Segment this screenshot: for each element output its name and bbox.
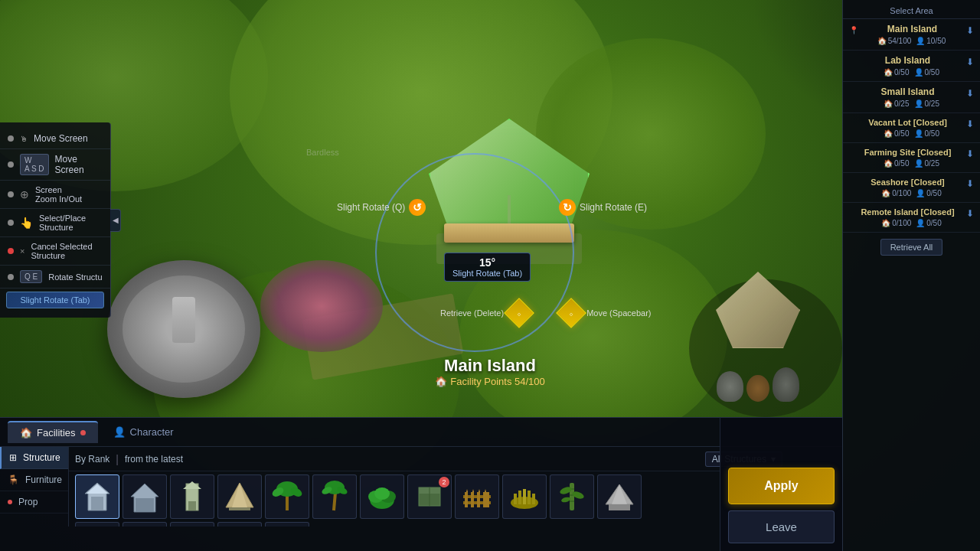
download-icon-remote[interactable]: ⬇ bbox=[966, 208, 974, 219]
item-badge-7: 2 bbox=[439, 477, 449, 487]
svg-rect-39 bbox=[518, 491, 521, 504]
retrieve-all-button[interactable]: Retrieve All bbox=[880, 239, 943, 256]
island-stats-farming: 🏠0/50 👤0/25 bbox=[849, 159, 974, 168]
bottom-tabs: 🏠 Facilities 👤 Character bbox=[0, 418, 842, 447]
right-panel: Select Area 📍 Main Island ⬇ 🏠54/100 👤10/… bbox=[842, 0, 980, 551]
structure-item-15[interactable] bbox=[217, 522, 262, 527]
svg-rect-42 bbox=[532, 494, 535, 504]
svg-rect-7 bbox=[188, 501, 196, 510]
svg-rect-4 bbox=[136, 498, 154, 512]
island-stats-small: 🏠0/25 👤0/25 bbox=[849, 99, 974, 108]
svg-point-49 bbox=[560, 497, 570, 504]
island-stats-seashore: 🏠0/100 👤0/50 bbox=[849, 189, 974, 197]
sidebar-dot-2 bbox=[8, 161, 14, 168]
slight-rotate-highlight[interactable]: Slight Rotate (Tab) bbox=[6, 292, 104, 308]
svg-rect-51 bbox=[609, 504, 630, 510]
island-entry-lab[interactable]: Lab Island ⬇ 🏠0/50 👤0/50 bbox=[843, 51, 980, 82]
island-stats-main: 🏠54/100 👤10/50 bbox=[849, 37, 974, 45]
sidebar-collapse-arrow[interactable]: ◀ bbox=[110, 209, 121, 232]
action-buttons-panel: Apply Leave bbox=[720, 417, 842, 551]
apply-button[interactable]: Apply bbox=[728, 468, 835, 504]
sidebar-dot-6 bbox=[8, 274, 14, 280]
structure-item-10[interactable] bbox=[550, 474, 594, 519]
sidebar-dot-1 bbox=[8, 135, 14, 142]
svg-rect-38 bbox=[514, 494, 517, 504]
structure-item-7[interactable]: 2 bbox=[407, 474, 452, 519]
island-entry-vacant[interactable]: Vacant Lot [Closed] ⬇ 🏠0/50 👤0/50 bbox=[843, 113, 980, 143]
island-entry-seashore[interactable]: Seashore [Closed] ⬇ 🏠0/100 👤0/50 bbox=[843, 173, 980, 203]
island-label: Main Island 🏠 Facility Points 54/100 bbox=[435, 356, 545, 387]
sidebar-rotate-structure: Q E Rotate Structu bbox=[0, 266, 110, 289]
svg-rect-29 bbox=[471, 492, 474, 507]
structure-item-5[interactable] bbox=[312, 474, 357, 519]
svg-rect-43 bbox=[570, 483, 574, 510]
sort-label: By Rank bbox=[75, 454, 109, 465]
seashore-camp bbox=[701, 272, 815, 402]
structure-item-4[interactable] bbox=[265, 474, 309, 519]
sub-tab-structure[interactable]: ⊞ Structure bbox=[0, 447, 68, 469]
structure-item-6[interactable] bbox=[360, 474, 404, 519]
download-icon-main[interactable]: ⬇ bbox=[966, 25, 974, 36]
sidebar-dot-5 bbox=[8, 248, 14, 254]
facilities-dot bbox=[80, 430, 86, 435]
svg-marker-34 bbox=[472, 489, 474, 492]
svg-rect-1 bbox=[91, 497, 103, 510]
structure-item-3[interactable] bbox=[217, 474, 262, 519]
facilities-building-icon: 🏠 bbox=[20, 427, 32, 439]
download-icon-vacant[interactable]: ⬇ bbox=[966, 119, 974, 129]
download-icon-small[interactable]: ⬇ bbox=[966, 88, 974, 99]
leave-button[interactable]: Leave bbox=[728, 510, 835, 543]
structure-item-12[interactable] bbox=[75, 522, 119, 527]
sidebar-move-screen-1: 🖱 Move Screen bbox=[0, 129, 110, 149]
structure-item-9[interactable] bbox=[502, 474, 547, 519]
svg-rect-30 bbox=[477, 492, 480, 507]
sub-tabs: By Rank | from the latest All Structures… bbox=[0, 447, 69, 527]
sidebar-zoom: ⊕ ScreenZoom In/Out bbox=[0, 181, 110, 209]
tab-character[interactable]: 👤 Character bbox=[101, 422, 186, 442]
sub-tab-prop[interactable]: Prop bbox=[0, 491, 68, 514]
svg-rect-28 bbox=[465, 492, 468, 507]
download-icon-farming[interactable]: ⬇ bbox=[966, 148, 974, 159]
sidebar-cancel-structure: × Cancel Selected Structure bbox=[0, 237, 110, 266]
structure-item-1[interactable] bbox=[122, 474, 167, 519]
structure-item-0[interactable] bbox=[75, 474, 119, 519]
sidebar-select-structure: 👆 Select/Place Structure bbox=[0, 209, 110, 237]
structure-item-16[interactable] bbox=[265, 522, 309, 527]
island-entry-small[interactable]: Small Island ⬇ 🏠0/25 👤0/25 bbox=[843, 82, 980, 113]
fountain-structure bbox=[107, 260, 260, 398]
sidebar-dot-4 bbox=[8, 220, 14, 226]
filter-label: from the latest bbox=[125, 454, 183, 465]
structure-item-2[interactable] bbox=[170, 474, 214, 519]
structure-item-14[interactable] bbox=[170, 522, 214, 527]
location-pin-icon: 📍 bbox=[849, 26, 858, 34]
sidebar-move-screen-2: WA S D Move Screen bbox=[0, 149, 110, 181]
watermark: Bardless bbox=[306, 148, 339, 157]
bottom-content: By Rank | from the latest All Structures… bbox=[0, 447, 842, 527]
sub-tab-furniture[interactable]: 🪑 Furniture bbox=[0, 469, 68, 491]
rotation-tooltip: 15° Slight Rotate (Tab) bbox=[444, 253, 531, 282]
island-entry-remote[interactable]: Remote Island [Closed] ⬇ 🏠0/100 👤0/50 bbox=[843, 203, 980, 233]
download-icon-seashore[interactable]: ⬇ bbox=[966, 178, 974, 189]
character-person-icon: 👤 bbox=[113, 426, 126, 438]
island-entry-farming[interactable]: Farming Site [Closed] ⬇ 🏠0/50 👤0/25 bbox=[843, 143, 980, 173]
svg-marker-33 bbox=[466, 489, 468, 492]
svg-rect-32 bbox=[486, 492, 489, 507]
tab-facilities[interactable]: 🏠 Facilities bbox=[8, 421, 98, 443]
structure-item-13[interactable] bbox=[122, 522, 167, 527]
structure-item-11[interactable] bbox=[597, 474, 642, 519]
flowers-decoration bbox=[260, 260, 383, 352]
bottom-panel: 🏠 Facilities 👤 Character By Rank | from … bbox=[0, 417, 842, 551]
structure-item-8[interactable] bbox=[455, 474, 499, 519]
island-stats-remote: 🏠0/100 👤0/50 bbox=[849, 219, 974, 227]
sidebar-dot-3 bbox=[8, 191, 14, 197]
island-stats-lab: 🏠0/50 👤0/50 bbox=[849, 68, 974, 77]
svg-rect-10 bbox=[229, 507, 250, 510]
download-icon-lab[interactable]: ⬇ bbox=[966, 57, 974, 67]
furniture-icon: 🪑 bbox=[8, 474, 19, 485]
toolbar-separator: | bbox=[116, 453, 119, 465]
island-entry-main[interactable]: 📍 Main Island ⬇ 🏠54/100 👤10/50 bbox=[843, 19, 980, 51]
rotate-right-label: ↻ Slight Rotate (E) bbox=[559, 199, 647, 216]
svg-marker-36 bbox=[485, 489, 486, 492]
svg-marker-35 bbox=[479, 489, 480, 492]
svg-point-22 bbox=[374, 487, 390, 500]
